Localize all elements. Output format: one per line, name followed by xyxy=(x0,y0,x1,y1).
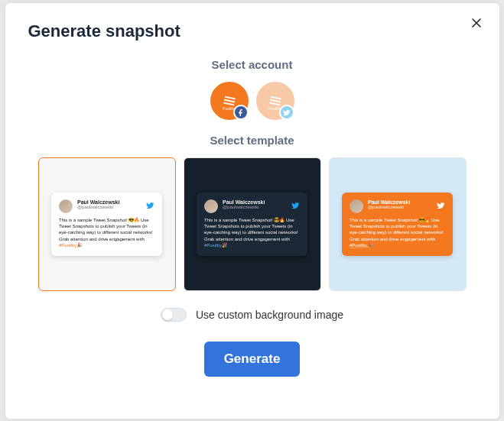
template-option-dark[interactable]: Paul Walczewski @paulwalczewski This is … xyxy=(184,157,321,291)
avatar xyxy=(350,199,363,213)
custom-background-label: Use custom background image xyxy=(196,309,343,321)
generate-snapshot-modal: Generate snapshot Select account Postfit… xyxy=(5,3,499,419)
tweet-preview: Paul Walczewski @paulwalczewski This is … xyxy=(51,193,162,255)
tweet-preview: Paul Walczewski @paulwalczewski This is … xyxy=(342,193,453,255)
tweet-author-name: Paul Walczewski xyxy=(223,199,265,205)
custom-background-toggle[interactable] xyxy=(161,308,187,322)
custom-background-row: Use custom background image xyxy=(28,308,476,322)
account-selector: Postfity Postfity xyxy=(28,82,476,120)
select-template-label: Select template xyxy=(28,134,476,147)
twitter-icon xyxy=(279,105,294,120)
select-account-label: Select account xyxy=(28,58,476,71)
tweet-preview: Paul Walczewski @paulwalczewski This is … xyxy=(197,193,307,255)
tweet-author-name: Paul Walczewski xyxy=(77,199,119,205)
tweet-body: This is a sample Tweet Snapshot! 😎🔥 Use … xyxy=(350,217,445,248)
generate-button[interactable]: Generate xyxy=(204,342,301,377)
account-option-twitter[interactable]: Postfity xyxy=(256,82,294,120)
avatar xyxy=(204,199,218,213)
modal-title: Generate snapshot xyxy=(28,21,476,41)
tweet-author-name: Paul Walczewski xyxy=(368,199,410,205)
template-selector: Paul Walczewski @paulwalczewski This is … xyxy=(28,157,476,291)
twitter-bird-icon xyxy=(436,199,445,209)
template-option-light[interactable]: Paul Walczewski @paulwalczewski This is … xyxy=(38,157,176,291)
account-option-facebook[interactable]: Postfity xyxy=(210,82,249,120)
facebook-icon xyxy=(233,105,249,120)
tweet-author-handle: @paulwalczewski xyxy=(223,205,265,209)
avatar xyxy=(59,199,73,213)
template-option-orange[interactable]: Paul Walczewski @paulwalczewski This is … xyxy=(329,157,467,291)
twitter-bird-icon xyxy=(291,199,300,209)
tweet-author-handle: @paulwalczewski xyxy=(368,205,410,209)
tweet-body: This is a sample Tweet Snapshot! 😎🔥 Use … xyxy=(204,217,300,248)
close-button[interactable] xyxy=(470,17,483,32)
tweet-author-handle: @paulwalczewski xyxy=(77,205,119,209)
tweet-body: This is a sample Tweet Snapshot! 😎🔥 Use … xyxy=(59,217,154,248)
twitter-bird-icon xyxy=(145,199,154,209)
